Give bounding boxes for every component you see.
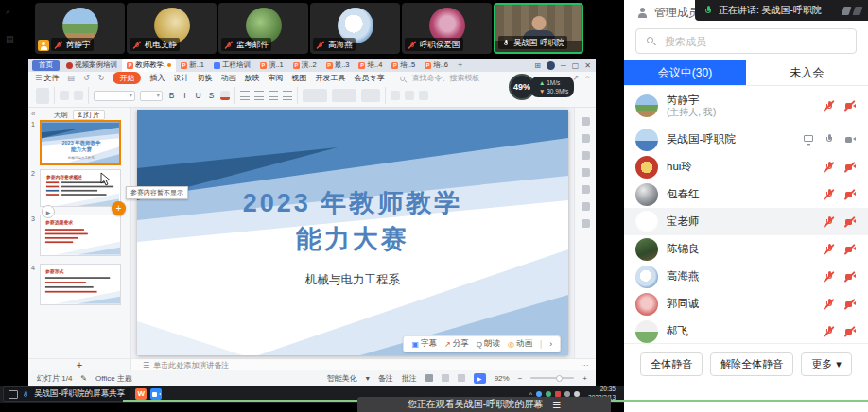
camera-off-icon[interactable] xyxy=(843,298,857,311)
member-search-box[interactable] xyxy=(635,28,857,54)
replace-button[interactable] xyxy=(405,91,414,100)
camera-off-icon[interactable] xyxy=(843,215,857,229)
video-tile-speaking[interactable]: 吴战国-呼职院 xyxy=(494,3,583,54)
tab-document[interactable]: 视频案例培训 xyxy=(61,59,122,72)
menu-view[interactable]: 视图 xyxy=(291,73,306,83)
properties-icon[interactable] xyxy=(582,117,590,126)
font-size-select[interactable]: ▾ xyxy=(140,91,163,101)
normal-view-icon[interactable] xyxy=(425,374,433,382)
performance-overlay[interactable]: 49% ▲ 1M/s ▼ 30.9M/s xyxy=(509,74,574,100)
align-right-icon[interactable] xyxy=(269,91,278,100)
share-tool[interactable]: ↗分享 xyxy=(444,338,469,350)
shapes-button[interactable] xyxy=(361,89,380,102)
collapse-ribbon-icon[interactable]: ^ xyxy=(585,74,589,82)
layout-button[interactable] xyxy=(303,89,327,102)
camera-off-icon[interactable] xyxy=(843,325,857,338)
reuse-slides-button[interactable] xyxy=(332,89,356,102)
viewer-status-bar[interactable]: 您正在观看吴战国-呼职院的屏幕 ☰ xyxy=(357,397,611,412)
select-button[interactable] xyxy=(419,91,428,100)
tab-document[interactable]: P演..2 xyxy=(288,59,321,72)
fullscreen-icon[interactable] xyxy=(853,7,863,15)
slide[interactable]: 2023 年教师教学 能力大赛 机械与电力工程系 xyxy=(137,110,568,355)
camera-off-icon[interactable] xyxy=(843,99,857,112)
mic-muted-icon[interactable] xyxy=(823,161,836,174)
save-icon[interactable]: ▤ xyxy=(67,74,75,82)
tab-document-active[interactable]: P教师教学. xyxy=(122,59,176,72)
undo-icon[interactable]: ↺ xyxy=(83,74,90,82)
charts-icon[interactable] xyxy=(582,202,590,211)
mic-muted-icon[interactable] xyxy=(823,243,836,256)
screen-share-indicator[interactable]: 吴战国-呼职院的屏幕共享 xyxy=(3,386,130,402)
zoom-slider[interactable] xyxy=(530,377,574,379)
animation-pane-icon[interactable] xyxy=(582,134,590,143)
menu-insert[interactable]: 插入 xyxy=(149,73,165,83)
camera-off-icon[interactable] xyxy=(843,270,857,283)
mic-muted-icon[interactable] xyxy=(823,215,836,229)
tab-document[interactable]: P培..6 xyxy=(420,59,453,72)
tab-document[interactable]: P培..5 xyxy=(387,59,420,72)
edge-layers-icon[interactable]: ▤ xyxy=(6,34,14,43)
slide-thumbnail-4[interactable]: 参赛形式 xyxy=(40,264,121,305)
member-row[interactable]: 吴战国-呼职院 xyxy=(624,126,868,153)
zoom-out-icon[interactable]: − xyxy=(518,374,523,383)
maximize-button[interactable]: ▢ xyxy=(572,61,580,70)
member-row[interactable]: 陈锦良 xyxy=(624,235,868,263)
mic-muted-icon[interactable] xyxy=(823,298,836,311)
notes-input[interactable]: ☰ 单击此处添加演讲备注 ⋯ xyxy=(135,360,596,370)
viewer-menu-icon[interactable]: ☰ xyxy=(552,400,561,410)
zoom-slider-knob[interactable] xyxy=(556,375,563,382)
member-row[interactable]: 高海燕 xyxy=(624,263,868,290)
video-tile[interactable]: 机电文静 xyxy=(127,3,217,54)
layout-grid-icon[interactable]: ⊞ xyxy=(534,61,541,70)
align-left-icon[interactable] xyxy=(240,91,250,100)
video-tile[interactable]: 芮静宇 xyxy=(35,3,125,54)
tab-home[interactable]: 首页 xyxy=(32,60,60,71)
tab-document[interactable]: P最..3 xyxy=(321,59,355,72)
video-tile[interactable]: 呼职侯爱国 xyxy=(402,3,492,54)
mic-muted-icon[interactable] xyxy=(823,99,836,112)
menu-animation[interactable]: 动画 xyxy=(220,73,235,83)
tab-outline[interactable]: 大纲 xyxy=(54,111,68,120)
member-row[interactable]: 宝老师 xyxy=(624,208,868,235)
align-center-icon[interactable] xyxy=(254,91,264,100)
tab-document[interactable]: P演..1 xyxy=(255,59,288,72)
member-row[interactable]: hui玲 xyxy=(624,153,868,180)
italic-icon[interactable]: I xyxy=(181,91,189,100)
beautify-button[interactable]: 智能美化 xyxy=(327,373,357,384)
meeting-taskbar-icon[interactable] xyxy=(150,388,162,400)
new-slide-plus-area[interactable]: + xyxy=(28,359,131,370)
notes-button[interactable]: 备注 xyxy=(378,373,393,384)
sorter-view-icon[interactable] xyxy=(442,374,449,382)
format-painter-button[interactable] xyxy=(60,91,69,100)
account-avatar[interactable] xyxy=(547,61,555,70)
member-row[interactable]: 郭同诚 xyxy=(624,290,868,318)
slideshow-play-button[interactable]: ▶ xyxy=(474,373,486,384)
underline-icon[interactable]: U xyxy=(194,91,202,100)
menu-start[interactable]: 开始 xyxy=(113,72,141,84)
templates-icon[interactable] xyxy=(582,168,590,177)
menu-review[interactable]: 审阅 xyxy=(268,73,283,83)
comments-button[interactable]: 批注 xyxy=(402,373,417,384)
new-slide-button[interactable] xyxy=(74,91,83,100)
camera-off-icon[interactable] xyxy=(843,243,857,256)
subtitle-tool[interactable]: ▣字幕 xyxy=(411,338,437,350)
file-menu[interactable]: ☰ 文件 xyxy=(35,73,59,83)
paste-button[interactable] xyxy=(36,88,49,104)
bold-icon[interactable]: B xyxy=(167,91,176,100)
collapse-panel-icon[interactable]: « xyxy=(31,110,35,118)
more-notes-icon[interactable]: ⋯ xyxy=(581,361,588,369)
font-family-select[interactable]: ▾ xyxy=(94,91,135,101)
add-slide-quick-button[interactable]: + xyxy=(112,201,126,215)
mic-muted-icon[interactable] xyxy=(823,188,836,201)
help-icon[interactable] xyxy=(582,219,590,228)
minimize-button[interactable]: ─ xyxy=(561,61,566,70)
camera-off-icon[interactable] xyxy=(843,161,857,174)
read-tool[interactable]: Q朗读 xyxy=(477,338,500,350)
slide-thumbnail-3[interactable]: 参赛选题要求 xyxy=(40,215,121,256)
tab-document[interactable]: P新..1 xyxy=(176,59,209,72)
slide-thumbnail-1[interactable]: 2023 年教师教学 能力大赛 机械与电力工程系 xyxy=(40,120,121,165)
member-row[interactable]: 芮静宇 (主持人, 我) xyxy=(624,86,868,126)
close-button[interactable]: ✕ xyxy=(584,61,591,70)
menu-slideshow[interactable]: 放映 xyxy=(244,73,259,83)
menu-member[interactable]: 会员专享 xyxy=(354,73,384,83)
